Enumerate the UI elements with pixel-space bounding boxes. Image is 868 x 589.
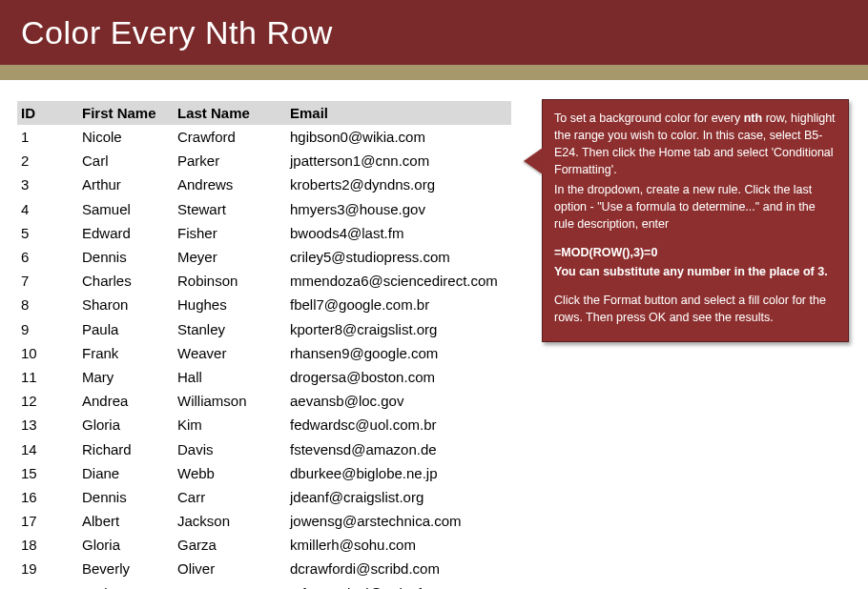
col-header-first: First Name	[82, 101, 177, 125]
cell-email: kporter8@craigslist.org	[290, 317, 511, 341]
page-header: Color Every Nth Row	[0, 0, 868, 65]
cell-id: 3	[17, 173, 82, 196]
cell-last: Davis	[177, 437, 290, 460]
cell-id: 7	[17, 269, 82, 293]
cell-first: Samuel	[82, 197, 177, 221]
callout-text: To set a background color for every	[554, 112, 744, 125]
table-row: 9PaulaStanleykporter8@craigslist.org	[17, 317, 511, 341]
cell-first: Andrea	[82, 581, 177, 589]
cell-email: dburkee@biglobe.ne.jp	[290, 461, 511, 485]
cell-id: 9	[17, 317, 82, 341]
cell-email: kmillerh@sohu.com	[290, 533, 511, 557]
cell-id: 14	[17, 437, 82, 460]
cell-first: Carl	[82, 149, 177, 173]
table-row: 5EdwardFisherbwoods4@last.fm	[17, 221, 511, 245]
col-header-id: ID	[17, 101, 82, 125]
cell-first: Dennis	[82, 485, 177, 509]
table-row: 16DennisCarrjdeanf@craigslist.org	[17, 485, 511, 509]
table-header-row: ID First Name Last Name Email	[17, 101, 511, 125]
cell-first: Beverly	[82, 557, 177, 580]
cell-email: drogersa@boston.com	[290, 365, 511, 389]
cell-last: Garza	[177, 533, 290, 557]
cell-last: Weaver	[177, 341, 290, 365]
cell-id: 8	[17, 293, 82, 316]
table-row: 3ArthurAndrewskroberts2@dyndns.org	[17, 173, 511, 196]
cell-first: Paula	[82, 317, 177, 341]
cell-id: 1	[17, 125, 82, 149]
cell-last: Hughes	[177, 293, 290, 316]
cell-id: 15	[17, 461, 82, 485]
cell-email: hmyers3@house.gov	[290, 197, 511, 221]
callout-pointer-icon	[524, 148, 543, 174]
table-row: 17AlbertJacksonjowensg@arstechnica.com	[17, 509, 511, 533]
cell-email: jpatterson1@cnn.com	[290, 149, 511, 173]
cell-last: Porter	[177, 581, 290, 589]
cell-id: 20	[17, 581, 82, 589]
accent-bar	[0, 65, 868, 82]
cell-email: hgibson0@wikia.com	[290, 125, 511, 149]
cell-first: Gloria	[82, 533, 177, 557]
col-header-email: Email	[290, 101, 511, 125]
callout-paragraph-3: Click the Format button and select a fil…	[554, 292, 837, 326]
cell-first: Nicole	[82, 125, 177, 149]
table-row: 2CarlParkerjpatterson1@cnn.com	[17, 149, 511, 173]
cell-first: Andrea	[82, 389, 177, 413]
instruction-callout: To set a background color for every nth …	[542, 99, 849, 342]
content-area: ID First Name Last Name Email 1NicoleCra…	[0, 82, 868, 589]
cell-email: mmendoza6@sciencedirect.com	[290, 269, 511, 293]
table-body: 1NicoleCrawfordhgibson0@wikia.com2CarlPa…	[17, 125, 511, 589]
cell-email: aevansb@loc.gov	[290, 389, 511, 413]
cell-id: 2	[17, 149, 82, 173]
cell-email: bwoods4@last.fm	[290, 221, 511, 245]
data-table: ID First Name Last Name Email 1NicoleCra…	[17, 101, 511, 589]
table-row: 8SharonHughesfbell7@google.com.br	[17, 293, 511, 316]
cell-id: 12	[17, 389, 82, 413]
cell-last: Stanley	[177, 317, 290, 341]
cell-email: kroberts2@dyndns.org	[290, 173, 511, 196]
cell-id: 16	[17, 485, 82, 509]
cell-last: Robinson	[177, 269, 290, 293]
col-header-last: Last Name	[177, 101, 290, 125]
cell-first: Frank	[82, 341, 177, 365]
cell-last: Parker	[177, 149, 290, 173]
table-row: 20AndreaPortermfernandezj@unicef.org	[17, 581, 511, 589]
cell-email: mfernandezj@unicef.org	[290, 581, 511, 589]
cell-first: Dennis	[82, 245, 177, 269]
cell-last: Stewart	[177, 197, 290, 221]
cell-first: Gloria	[82, 413, 177, 437]
table-row: 15DianeWebbdburkee@biglobe.ne.jp	[17, 461, 511, 485]
cell-first: Edward	[82, 221, 177, 245]
callout-subnote: You can substitute any number in the pla…	[554, 263, 837, 280]
cell-email: dcrawfordi@scribd.com	[290, 557, 511, 580]
cell-first: Arthur	[82, 173, 177, 196]
cell-email: jdeanf@craigslist.org	[290, 485, 511, 509]
cell-first: Charles	[82, 269, 177, 293]
callout-paragraph-2: In the dropdown, create a new rule. Clic…	[554, 181, 837, 233]
cell-first: Diane	[82, 461, 177, 485]
cell-id: 5	[17, 221, 82, 245]
table-row: 10FrankWeaverrhansen9@google.com	[17, 341, 511, 365]
table-row: 18GloriaGarzakmillerh@sohu.com	[17, 533, 511, 557]
cell-email: criley5@studiopress.com	[290, 245, 511, 269]
cell-last: Andrews	[177, 173, 290, 196]
cell-last: Jackson	[177, 509, 290, 533]
cell-email: rhansen9@google.com	[290, 341, 511, 365]
cell-last: Carr	[177, 485, 290, 509]
cell-last: Webb	[177, 461, 290, 485]
table-row: 12AndreaWilliamsonaevansb@loc.gov	[17, 389, 511, 413]
callout-bold-nth: nth	[744, 112, 762, 125]
table-row: 7CharlesRobinsonmmendoza6@sciencedirect.…	[17, 269, 511, 293]
table-row: 1NicoleCrawfordhgibson0@wikia.com	[17, 125, 511, 149]
cell-first: Sharon	[82, 293, 177, 316]
cell-first: Richard	[82, 437, 177, 460]
cell-email: fstevensd@amazon.de	[290, 437, 511, 460]
cell-last: Meyer	[177, 245, 290, 269]
table-row: 14RichardDavisfstevensd@amazon.de	[17, 437, 511, 460]
cell-id: 11	[17, 365, 82, 389]
cell-last: Williamson	[177, 389, 290, 413]
cell-first: Mary	[82, 365, 177, 389]
table-row: 13GloriaKimfedwardsc@uol.com.br	[17, 413, 511, 437]
table-row: 11MaryHalldrogersa@boston.com	[17, 365, 511, 389]
cell-last: Kim	[177, 413, 290, 437]
cell-id: 13	[17, 413, 82, 437]
